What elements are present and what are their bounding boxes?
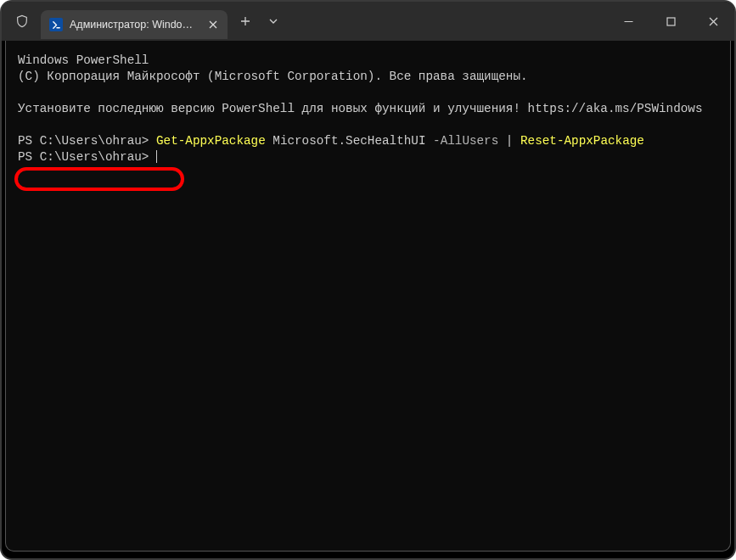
prompt: PS C:\Users\ohrau> <box>18 134 156 148</box>
cmdlet-name: Get-AppxPackage <box>156 134 266 148</box>
maximize-button[interactable] <box>649 2 692 41</box>
svg-rect-6 <box>667 18 675 25</box>
powershell-icon <box>49 18 63 31</box>
cmd-argument: Microsoft.SecHealthUI <box>266 134 433 148</box>
window-controls <box>607 2 734 41</box>
cursor <box>156 150 157 163</box>
output-line: Установите последнюю версию PowerShell д… <box>18 102 702 115</box>
prompt: PS C:\Users\ohrau> <box>18 150 156 164</box>
new-tab-button[interactable] <box>231 8 260 34</box>
title-bar: Администратор: Windows PowerShell <box>2 2 734 41</box>
terminal-content[interactable]: Windows PowerShell (C) Корпорация Майкро… <box>5 41 731 552</box>
shield-icon <box>7 8 37 35</box>
close-tab-button[interactable] <box>205 17 221 32</box>
tab-strip: Администратор: Windows PowerShell <box>2 2 607 41</box>
minimize-button[interactable] <box>607 2 649 41</box>
close-window-button[interactable] <box>692 2 734 41</box>
tab-powershell[interactable]: Администратор: Windows PowerShell <box>41 10 228 39</box>
terminal-window: Администратор: Windows PowerShell <box>0 0 736 560</box>
output-line: (C) Корпорация Майкрософт (Microsoft Cor… <box>18 70 528 83</box>
cmd-pipe: | <box>498 134 520 148</box>
cmdlet-name: Reset-AppxPackage <box>520 134 644 148</box>
tab-title: Администратор: Windows PowerShell <box>70 19 199 31</box>
output-line: Windows PowerShell <box>18 53 149 67</box>
cmd-flag: -AllUsers <box>433 134 498 148</box>
tab-dropdown-button[interactable] <box>263 8 284 34</box>
